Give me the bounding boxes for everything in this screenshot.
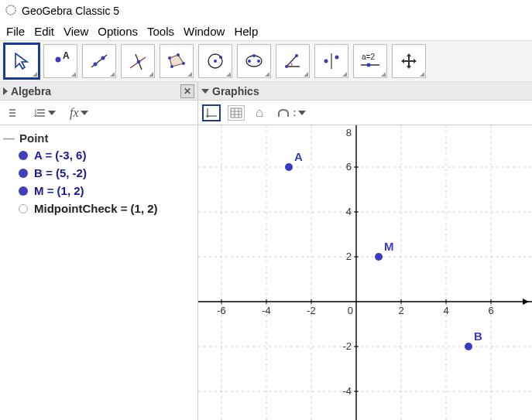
app-title: GeoGebra Classic 5	[22, 5, 119, 17]
tool-line[interactable]	[82, 44, 116, 78]
svg-line-3	[91, 55, 107, 67]
svg-point-14	[214, 60, 217, 63]
menu-options[interactable]: Options	[94, 23, 141, 39]
tool-angle[interactable]	[276, 44, 310, 78]
svg-text:A: A	[63, 51, 70, 61]
chevron-down-icon	[298, 111, 306, 115]
svg-point-5	[101, 56, 105, 60]
point-b-label: B	[474, 330, 482, 343]
svg-point-15	[219, 56, 222, 59]
list-item[interactable]: M = (1, 2)	[3, 182, 194, 200]
svg-point-0	[6, 5, 15, 15]
tool-slider[interactable]: a=2	[353, 44, 387, 78]
svg-text:-2: -2	[342, 340, 352, 352]
menubar: File Edit View Options Tools Window Help	[0, 22, 532, 40]
point-a-label: A	[294, 150, 303, 163]
sort-order[interactable]	[31, 105, 59, 121]
collapse-icon	[3, 87, 8, 95]
graphics-subtoolbar: ⌂ :	[198, 101, 532, 125]
list-item[interactable]: A = (-3, 6)	[3, 146, 194, 164]
collapse-icon	[201, 89, 209, 94]
svg-point-24	[335, 56, 339, 60]
tool-polygon[interactable]	[160, 44, 194, 78]
svg-point-10	[168, 56, 171, 60]
svg-point-1	[56, 57, 61, 63]
svg-point-27	[367, 63, 371, 67]
svg-text:0: 0	[348, 305, 353, 316]
svg-point-12	[182, 62, 185, 65]
menu-view[interactable]: View	[60, 23, 91, 39]
tool-move-view[interactable]	[392, 44, 426, 78]
svg-text:6: 6	[346, 161, 352, 172]
svg-point-4	[94, 63, 98, 67]
menu-edit[interactable]: Edit	[31, 23, 57, 39]
tool-reflect[interactable]	[314, 44, 348, 78]
point-m-label: M	[384, 240, 394, 253]
svg-text:4: 4	[443, 305, 448, 316]
svg-point-19	[252, 54, 256, 57]
algebra-group-point[interactable]: — Point	[3, 130, 194, 146]
svg-text:-4: -4	[342, 385, 352, 397]
tool-ellipse[interactable]	[237, 44, 271, 78]
svg-point-17	[248, 60, 251, 63]
panel-graphics: Graphics ⌂ :	[198, 82, 532, 420]
svg-text:2: 2	[346, 251, 352, 262]
menu-tools[interactable]: Tools	[144, 23, 177, 39]
titlebar: GeoGebra Classic 5	[0, 0, 532, 22]
tool-move[interactable]	[5, 44, 39, 78]
sort-toggle[interactable]	[5, 105, 23, 121]
toolbar: A a=2	[0, 40, 532, 82]
point-m[interactable]	[375, 253, 383, 261]
svg-point-11	[177, 53, 180, 56]
svg-text:-2: -2	[307, 305, 316, 316]
menu-file[interactable]: File	[3, 23, 28, 39]
list-item[interactable]: B = (5, -2)	[3, 164, 194, 182]
list-item[interactable]: MidpointCheck = (1, 2)	[3, 200, 194, 217]
fx-toggle[interactable]: fх	[67, 104, 91, 121]
app-icon	[5, 4, 17, 19]
svg-rect-36	[231, 108, 242, 118]
graphics-canvas[interactable]: -6 -4 -2 0 2 4 6 -4 -2 2 4 6 8	[198, 125, 532, 420]
svg-point-20	[285, 65, 288, 68]
algebra-header[interactable]: Algebra ✕	[0, 82, 197, 101]
toggle-axes[interactable]	[203, 105, 220, 121]
algebra-tree[interactable]: — Point A = (-3, 6) B = (5, -2) M = (1, …	[0, 125, 197, 222]
point-capture[interactable]: :	[274, 105, 308, 121]
svg-text:6: 6	[488, 305, 493, 316]
chevron-down-icon	[81, 111, 88, 115]
graphics-title: Graphics	[212, 85, 259, 97]
graphics-header[interactable]: Graphics	[198, 82, 532, 101]
svg-text:8: 8	[346, 127, 352, 138]
visibility-dot-icon[interactable]	[19, 204, 28, 213]
svg-point-9	[170, 65, 173, 68]
svg-text:4: 4	[346, 206, 352, 217]
panel-algebra: Algebra ✕ fх — Point A = (-3, 6)	[0, 82, 198, 420]
svg-text:2: 2	[398, 305, 403, 316]
algebra-title: Algebra	[11, 85, 51, 97]
point-b[interactable]	[465, 343, 472, 350]
svg-text:a=2: a=2	[362, 53, 375, 61]
toggle-grid[interactable]	[228, 105, 245, 121]
tool-point[interactable]: A	[43, 44, 77, 78]
home-view[interactable]: ⌂	[252, 104, 266, 122]
svg-point-21	[295, 54, 298, 57]
menu-help[interactable]: Help	[231, 23, 261, 39]
svg-text:-4: -4	[262, 305, 271, 316]
tool-perpendicular[interactable]	[121, 44, 155, 78]
algebra-subtoolbar: fх	[0, 101, 197, 125]
close-icon[interactable]: ✕	[180, 84, 194, 98]
visibility-dot-icon[interactable]	[19, 186, 28, 196]
svg-point-8	[137, 60, 141, 64]
svg-text:-6: -6	[217, 305, 226, 316]
chevron-down-icon	[48, 111, 56, 115]
tool-circle[interactable]	[198, 44, 232, 78]
visibility-dot-icon[interactable]	[19, 169, 28, 178]
svg-point-18	[257, 60, 260, 63]
visibility-dot-icon[interactable]	[19, 151, 28, 160]
svg-point-23	[324, 60, 328, 63]
point-a[interactable]	[285, 163, 293, 171]
menu-window[interactable]: Window	[180, 23, 228, 39]
